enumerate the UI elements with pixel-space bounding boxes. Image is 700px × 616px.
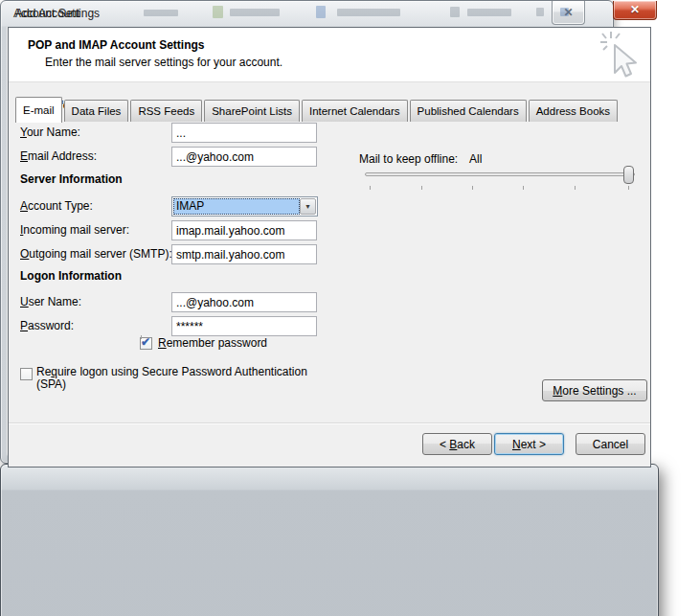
password-label: Password: — [20, 319, 74, 332]
tab-published-calendars[interactable]: Published Calendars — [410, 100, 527, 122]
tab-address-books[interactable]: Address Books — [529, 100, 618, 122]
dialog-header-subtitle: Enter the mail server settings for your … — [45, 56, 282, 69]
password-field[interactable] — [171, 316, 317, 336]
remember-password-label: Remember password — [158, 336, 267, 350]
remember-password-checkbox[interactable]: ✔ — [140, 337, 152, 350]
ghost-toolbar-artifact — [560, 8, 569, 16]
tab-data-files[interactable]: Data Files — [64, 100, 129, 122]
ghost-toolbar-artifact — [450, 7, 460, 17]
check-icon: ✔ — [141, 335, 142, 339]
tab-rss-feeds[interactable]: RSS Feeds — [130, 100, 202, 122]
add-account-body: POP and IMAP Account Settings Enter the … — [8, 27, 651, 468]
spa-label-line2: (SPA) — [36, 377, 66, 391]
mail-offline-label: Mail to keep offline: — [359, 152, 458, 166]
slider-tick — [370, 186, 371, 190]
chevron-down-icon[interactable]: ▼ — [300, 198, 316, 215]
ghost-toolbar-artifact — [467, 9, 511, 16]
ghost-toolbar-artifact — [230, 9, 280, 16]
back-button[interactable]: < Back — [422, 433, 492, 455]
server-information-heading: Server Information — [20, 172, 123, 186]
mail-offline-value: All — [469, 152, 482, 166]
slider-tick — [421, 186, 422, 190]
your-name-field[interactable] — [171, 123, 317, 143]
spa-checkbox[interactable]: ✔ — [20, 368, 33, 380]
outgoing-server-field[interactable] — [171, 244, 317, 264]
email-address-label: Email Address: — [20, 149, 97, 163]
tab-internet-calendars[interactable]: Internet Calendars — [302, 100, 408, 122]
cancel-button[interactable]: Cancel — [576, 433, 645, 455]
slider-tick — [628, 186, 629, 190]
footer-separator — [9, 422, 650, 424]
offline-slider-track[interactable] — [365, 172, 635, 176]
outgoing-server-label: Outgoing mail server (SMTP): — [20, 247, 172, 261]
ghost-toolbar-artifact — [316, 6, 326, 18]
ghost-toolbar-artifact — [144, 10, 178, 16]
user-name-label: User Name: — [20, 295, 81, 308]
more-settings-button[interactable]: More Settings ... — [542, 379, 647, 401]
close-icon[interactable]: ✕ — [613, 1, 657, 20]
slider-tick — [575, 186, 576, 190]
email-address-field[interactable] — [171, 147, 317, 167]
spa-label-line1: Require logon using Secure Password Auth… — [36, 365, 307, 378]
tab-sharepoint-lists[interactable]: SharePoint Lists — [204, 100, 300, 122]
slider-tick — [523, 186, 524, 190]
ghost-toolbar-artifact — [536, 8, 544, 16]
account-type-label: Account Type: — [20, 199, 93, 213]
offline-slider-thumb[interactable] — [623, 166, 634, 184]
dialog-header: POP and IMAP Account Settings Enter the … — [9, 28, 650, 82]
slider-tick — [472, 186, 473, 190]
logon-information-heading: Logon Information — [20, 269, 122, 283]
account-settings-tabs: E-mail Data Files RSS Feeds SharePoint L… — [15, 97, 620, 122]
user-name-field[interactable] — [171, 292, 317, 312]
your-name-label: Your Name: — [20, 125, 80, 139]
tab-email[interactable]: E-mail — [15, 97, 62, 123]
incoming-server-field[interactable] — [171, 220, 317, 240]
account-type-dropdown[interactable]: IMAP ▼ — [171, 196, 318, 217]
ghost-toolbar-artifact — [337, 9, 400, 16]
ghost-toolbar-artifact — [213, 6, 223, 18]
incoming-server-label: Incoming mail server: — [20, 223, 129, 237]
add-account-dialog: Add Account ✕ POP and IMAP Account Setti… — [0, 464, 659, 616]
dialog-header-title: POP and IMAP Account Settings — [28, 38, 204, 52]
cursor-sparkle-icon — [595, 31, 646, 79]
add-account-title: Add Account — [15, 7, 79, 20]
next-button[interactable]: Next > — [494, 433, 564, 455]
account-type-selected: IMAP — [173, 198, 300, 215]
